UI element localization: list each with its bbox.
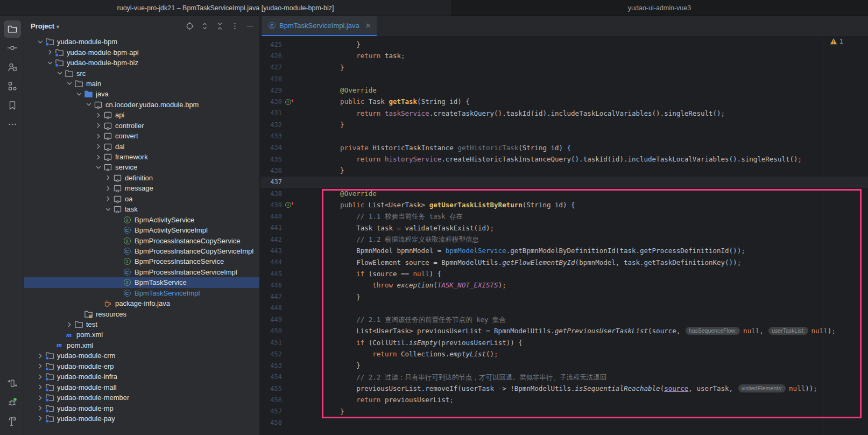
code-line-433[interactable]: 433 — [260, 130, 868, 142]
tree-item-message[interactable]: message — [24, 183, 260, 193]
tree-item-task[interactable]: task — [24, 204, 260, 214]
tree-item-yudao-module-bpm-api[interactable]: yudao-module-bpm-api — [24, 47, 260, 57]
line-number[interactable]: 450 — [267, 327, 282, 335]
tree-item-package-info-java[interactable]: package-info.java — [24, 298, 260, 308]
code-line-451[interactable]: 451 if (CollUtil.isEmpty(previousUserLis… — [260, 337, 868, 348]
line-number[interactable]: 436 — [267, 167, 282, 174]
code-line-442[interactable]: 442 // 1.2 根据流程定义获取流程模型信息 — [260, 234, 868, 245]
line-number[interactable]: 445 — [267, 270, 282, 278]
more-tool-windows-icon[interactable] — [4, 116, 21, 133]
tree-item-oa[interactable]: oa — [24, 194, 260, 204]
line-number[interactable]: 448 — [267, 304, 282, 312]
bookmarks-icon[interactable] — [4, 97, 21, 114]
chevron-right-icon[interactable] — [104, 195, 112, 202]
tree-item-controller[interactable]: controller — [24, 121, 260, 131]
code-line-438[interactable]: 438 @Override — [260, 188, 868, 199]
close-icon[interactable]: ✕ — [365, 22, 371, 30]
line-number[interactable]: 458 — [267, 419, 282, 426]
code-line-447[interactable]: 447 } — [260, 291, 868, 303]
tree-item-src[interactable]: src — [24, 68, 260, 78]
tree-item-cn-iocoder-yudao-module-bpm[interactable]: cn.iocoder.yudao.module.bpm — [24, 100, 260, 110]
overriding-method-icon[interactable]: I↑ — [285, 202, 294, 208]
tree-item-framework[interactable]: framework — [24, 152, 260, 162]
chevron-down-icon[interactable] — [94, 164, 103, 171]
tree-item-yudao-module-erp[interactable]: yudao-module-erp — [24, 361, 260, 371]
code-line-432[interactable]: 432 } — [260, 119, 868, 130]
line-number[interactable]: 429 — [267, 87, 282, 94]
line-number[interactable]: 426 — [267, 52, 282, 60]
chevron-down-icon[interactable] — [55, 69, 64, 77]
line-number[interactable]: 427 — [267, 64, 282, 71]
code-line-428[interactable]: 428 — [260, 73, 868, 85]
code-line-426[interactable]: 426 return task; — [260, 50, 868, 61]
chevron-down-icon[interactable] — [46, 59, 54, 67]
tree-item-bpmprocessinstancecopyservice[interactable]: IBpmProcessInstanceCopyService — [24, 235, 260, 245]
tree-item-java[interactable]: java — [24, 89, 260, 99]
chevron-right-icon[interactable] — [36, 362, 45, 370]
chevron-right-icon[interactable] — [36, 415, 45, 422]
tree-item-yudao-module-mp[interactable]: yudao-module-mp — [24, 403, 260, 413]
expand-all-icon[interactable] — [198, 19, 211, 32]
tree-item-yudao-module-crm[interactable]: yudao-module-crm — [24, 350, 260, 361]
code-line-452[interactable]: 452 return Collections.emptyList(); — [260, 348, 868, 360]
hide-icon[interactable] — [243, 19, 256, 32]
gutter-marker[interactable]: I↑ — [284, 202, 295, 208]
code-line-458[interactable]: 458 — [260, 417, 868, 429]
options-icon[interactable] — [228, 19, 241, 32]
line-number[interactable]: 430 — [267, 98, 282, 106]
chevron-right-icon[interactable] — [36, 373, 45, 381]
line-number[interactable]: 452 — [267, 350, 282, 358]
line-number[interactable]: 456 — [267, 396, 282, 404]
gutter-marker[interactable]: I↑ — [284, 99, 295, 105]
chevron-down-icon[interactable] — [84, 101, 93, 108]
code-line-434[interactable]: 434 private HistoricTaskInstance getHist… — [260, 142, 868, 153]
code-line-443[interactable]: 443 BpmnModel bpmnModel = bpmModelServic… — [260, 245, 868, 256]
code-line-437[interactable]: 437 — [260, 177, 868, 188]
overriding-method-icon[interactable]: I↑ — [285, 99, 294, 105]
code-line-455[interactable]: 455 previousUserList.removeIf(userTask -… — [260, 383, 868, 394]
line-number[interactable]: 440 — [267, 213, 282, 220]
chevron-right-icon[interactable] — [94, 132, 103, 140]
build-icon[interactable] — [4, 413, 21, 430]
line-number[interactable]: 447 — [267, 293, 282, 300]
tree-item-dal[interactable]: dal — [24, 141, 260, 151]
code-line-430[interactable]: 430I↑ public Task getTask(String id) { — [260, 96, 868, 107]
pull-requests-icon[interactable]: ? — [4, 59, 21, 76]
line-number[interactable]: 444 — [267, 258, 282, 266]
code-line-435[interactable]: 435 return historyService.createHistoric… — [260, 153, 868, 165]
code-line-454[interactable]: 454 // 2.2 过滤：只有串行可到达的节点，才可以回退。类似非串行、子流程… — [260, 371, 868, 383]
code-line-453[interactable]: 453 } — [260, 360, 868, 371]
line-number[interactable]: 438 — [267, 190, 282, 198]
line-number[interactable]: 439 — [267, 201, 282, 209]
chevron-down-icon[interactable] — [104, 206, 112, 213]
collapse-all-icon[interactable] — [213, 19, 226, 32]
line-number[interactable]: 457 — [267, 408, 282, 415]
commit-icon[interactable] — [4, 39, 21, 57]
chevron-right-icon[interactable] — [94, 153, 103, 161]
code-line-429[interactable]: 429 @Override — [260, 85, 868, 96]
code-line-457[interactable]: 457 } — [260, 406, 868, 417]
debug-icon[interactable] — [4, 394, 21, 411]
structure-icon[interactable] — [4, 78, 21, 95]
chevron-right-icon[interactable] — [94, 143, 103, 150]
code-line-448[interactable]: 448 — [260, 303, 868, 314]
editor-body[interactable]: 1 425 }426 return task;427 }428429 @Over… — [260, 36, 868, 435]
code-line-450[interactable]: 450 List<UserTask> previousUserList = Bp… — [260, 325, 868, 336]
tree-item-bpmprocessinstancecopyserviceimpl[interactable]: CBpmProcessInstanceCopyServiceImpl — [24, 246, 260, 256]
tree-item-test[interactable]: test — [24, 319, 260, 329]
line-number[interactable]: 425 — [267, 41, 282, 48]
code-line-436[interactable]: 436 } — [260, 165, 868, 176]
line-number[interactable]: 431 — [267, 109, 282, 117]
chevron-right-icon[interactable] — [46, 48, 54, 56]
tree-item-bpmactivityservice[interactable]: IBpmActivityService — [24, 214, 260, 224]
chevron-right-icon[interactable] — [36, 394, 45, 402]
code-line-431[interactable]: 431 return taskService.createTaskQuery()… — [260, 108, 868, 119]
chevron-right-icon[interactable] — [94, 122, 103, 129]
line-number[interactable]: 454 — [267, 373, 282, 381]
code-line-446[interactable]: 446 throw exception(TASK_NOT_EXISTS); — [260, 279, 868, 291]
line-number[interactable]: 435 — [267, 156, 282, 163]
code-line-441[interactable]: 441 Task task = validateTaskExist(id); — [260, 222, 868, 234]
tree-item-definition[interactable]: definition — [24, 173, 260, 183]
code-line-444[interactable]: 444 FlowElement source = BpmnModelUtils.… — [260, 257, 868, 268]
tree-item-yudao-module-bpm[interactable]: yudao-module-bpm — [24, 37, 260, 47]
